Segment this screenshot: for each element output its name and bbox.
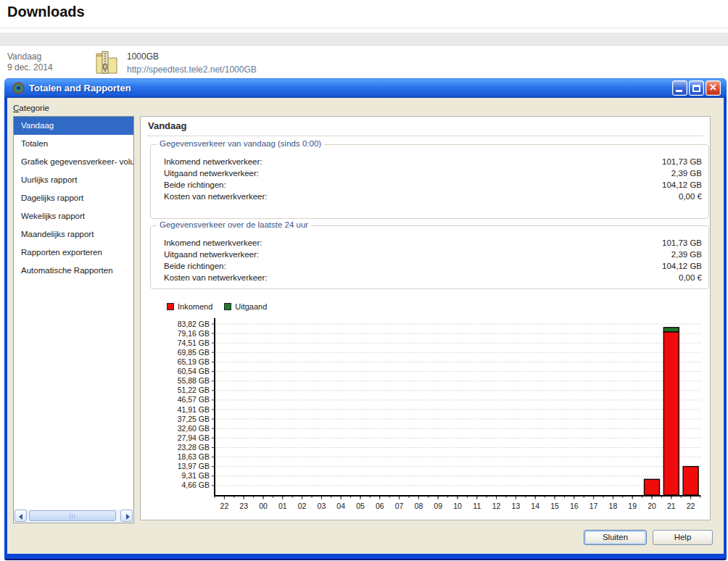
totals-reports-dialog: Totalen and Rapporten ✕ Categorie Vandaa… — [4, 78, 727, 559]
stat-value: 2,39 GB — [671, 249, 702, 260]
minimize-button[interactable] — [672, 80, 687, 96]
sidebar-item-totalen[interactable]: Totalen — [14, 135, 133, 153]
svg-text:13: 13 — [512, 502, 521, 510]
svg-text:51,22 GB: 51,22 GB — [178, 386, 210, 394]
svg-text:06: 06 — [376, 502, 384, 510]
group-traffic-24h: Gegevensverkeer over de laatste 24 uur I… — [150, 225, 709, 289]
help-button[interactable]: Help — [653, 530, 713, 545]
category-label: Categorie — [13, 104, 49, 112]
sidebar-item-uurlijks-rapport[interactable]: Uurlijks rapport — [14, 171, 133, 189]
svg-text:32,60 GB: 32,60 GB — [178, 424, 210, 433]
scrollbar-thumb[interactable] — [29, 510, 116, 521]
traffic-bar-chart: 4,66 GB9,31 GB13,97 GB18,63 GB23,28 GB27… — [151, 312, 702, 512]
stat-row: Uitgaand netwerkverkeer:2,39 GB — [151, 249, 708, 260]
legend-label: Uitgaand — [235, 302, 267, 311]
svg-text:41,91 GB: 41,91 GB — [178, 405, 210, 414]
close-button[interactable]: ✕ — [706, 80, 721, 96]
close-icon: ✕ — [706, 82, 720, 93]
content-title-rule — [147, 136, 703, 136]
stat-row: Beide richtingen:104,12 GB — [151, 260, 708, 272]
svg-text:21: 21 — [667, 502, 676, 510]
svg-text:15: 15 — [550, 502, 559, 510]
stat-value: 104,12 GB — [662, 260, 702, 272]
download-day-label: Vandaag — [7, 51, 41, 62]
stat-label: Uitgaand netwerkverkeer: — [164, 249, 259, 260]
download-url-link[interactable]: http://speedtest.tele2.net/1000GB — [127, 65, 257, 75]
svg-text:03: 03 — [318, 502, 326, 510]
stat-value: 2,39 GB — [671, 167, 702, 179]
scroll-right-button[interactable] — [120, 510, 133, 522]
svg-text:04: 04 — [336, 502, 345, 510]
dialog-titlebar[interactable]: Totalen and Rapporten ✕ — [4, 78, 727, 98]
dialog-title: Totalen and Rapporten — [29, 78, 131, 98]
svg-text:01: 01 — [278, 502, 287, 510]
svg-text:23: 23 — [239, 502, 248, 510]
svg-text:60,54 GB: 60,54 GB — [178, 367, 210, 375]
screen: Downloads Vandaag 9 dec. 2014 1000GB htt… — [0, 0, 728, 561]
svg-text:17: 17 — [590, 502, 598, 510]
svg-text:02: 02 — [298, 502, 307, 510]
sidebar-item-grafiek-gegevensverkeer[interactable]: Grafiek gegevensverkeer- volume — [14, 153, 133, 171]
sidebar-item-wekelijks-rapport[interactable]: Wekelijks rapport — [14, 207, 133, 225]
stat-label: Inkomend netwerkverkeer: — [164, 156, 262, 167]
chart-legend: InkomendUitgaand — [167, 302, 267, 311]
minimize-icon — [676, 90, 682, 92]
stat-row: Inkomend netwerkverkeer:101,73 GB — [151, 237, 708, 249]
group-traffic-today: Gegevensverkeer van vandaag (sinds 0:00)… — [150, 144, 709, 219]
svg-text:05: 05 — [356, 502, 365, 510]
svg-text:4,66 GB: 4,66 GB — [181, 481, 210, 489]
svg-text:13,97 GB: 13,97 GB — [178, 462, 210, 470]
svg-text:08: 08 — [415, 502, 423, 510]
page-title: Downloads — [7, 4, 85, 20]
svg-text:20: 20 — [648, 502, 656, 510]
sluiten-button[interactable]: Sluiten — [584, 530, 647, 545]
svg-text:69,85 GB: 69,85 GB — [178, 348, 210, 357]
svg-text:00: 00 — [259, 502, 268, 510]
sidebar-item-vandaag[interactable]: Vandaag — [14, 117, 133, 135]
svg-text:37,25 GB: 37,25 GB — [178, 415, 210, 423]
svg-text:55,88 GB: 55,88 GB — [178, 376, 210, 385]
stat-label: Kosten van netwerkverkeer: — [164, 272, 268, 283]
svg-text:74,51 GB: 74,51 GB — [178, 338, 210, 347]
svg-text:07: 07 — [395, 502, 404, 510]
legend-swatch-icon — [224, 303, 231, 310]
svg-text:79,16 GB: 79,16 GB — [178, 329, 210, 338]
svg-text:27,94 GB: 27,94 GB — [178, 433, 210, 442]
legend-item-uitgaand: Uitgaand — [224, 302, 267, 311]
content-title: Vandaag — [148, 120, 186, 131]
stat-value: 101,73 GB — [662, 237, 702, 249]
legend-item-inkomend: Inkomend — [167, 302, 212, 311]
horizontal-scrollbar[interactable] — [15, 510, 133, 522]
sidebar-item-dagelijks-rapport[interactable]: Dagelijks rapport — [14, 189, 133, 207]
scroll-left-icon — [19, 514, 22, 520]
stat-label: Kosten van netwerkverkeer: — [164, 191, 268, 202]
stat-value: 0,00 € — [679, 272, 702, 283]
svg-text:18: 18 — [609, 502, 618, 510]
svg-text:16: 16 — [570, 502, 579, 510]
svg-text:14: 14 — [531, 502, 539, 510]
svg-text:23,28 GB: 23,28 GB — [178, 443, 210, 452]
divider — [0, 28, 728, 28]
sidebar-item-automatische-rapporten[interactable]: Automatische Rapporten — [14, 262, 133, 280]
stat-value: 0,00 € — [679, 191, 702, 202]
sidebar-item-rapporten-exporteren[interactable]: Rapporten exporteren — [14, 244, 133, 262]
svg-text:12: 12 — [492, 502, 501, 510]
maximize-button[interactable] — [689, 80, 704, 96]
zip-folder-icon — [95, 50, 118, 78]
svg-text:22: 22 — [687, 502, 695, 510]
stat-row: Beide richtingen:104,12 GB — [151, 179, 708, 191]
svg-text:65,19 GB: 65,19 GB — [178, 357, 210, 366]
content-panel: Vandaag Gegevensverkeer van vandaag (sin… — [140, 116, 711, 520]
stat-label: Beide richtingen: — [164, 260, 226, 272]
category-listbox: Vandaag Totalen Grafiek gegevensverkeer-… — [13, 116, 134, 523]
stat-row: Kosten van netwerkverkeer:0,00 € — [151, 272, 708, 283]
stat-label: Beide richtingen: — [164, 179, 226, 191]
downloads-group-band — [0, 33, 728, 46]
legend-label: Inkomend — [178, 302, 212, 311]
scrollbar-grip-icon — [70, 514, 76, 519]
legend-swatch-icon — [167, 303, 174, 310]
scroll-left-button[interactable] — [15, 510, 27, 522]
svg-text:19: 19 — [628, 502, 637, 510]
sidebar-item-maandelijks-rapport[interactable]: Maandelijks rapport — [14, 225, 133, 244]
download-file-name: 1000GB — [127, 51, 159, 62]
